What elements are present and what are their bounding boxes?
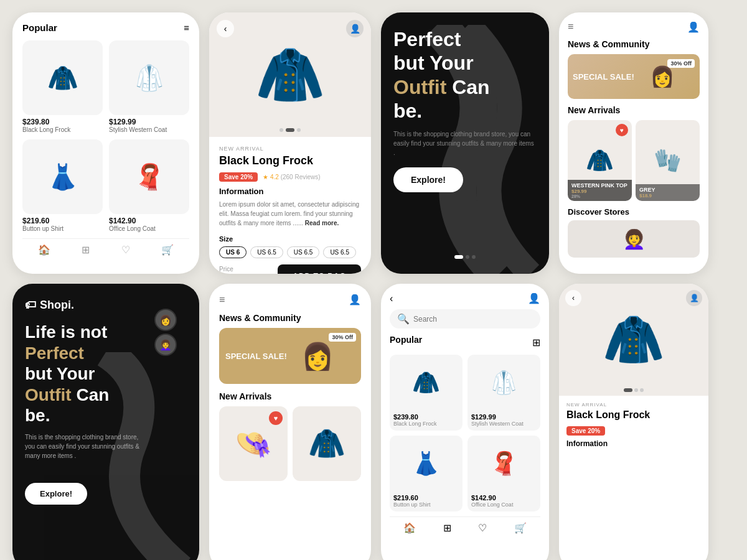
hero-dark-card-2: 🏷 Shopi. 👩 👩‍🦱 Life is not Perfect but Y…	[12, 284, 199, 560]
price-row-1: Price $ 239.80 ADD TO BAG	[219, 264, 361, 274]
hero-dot-3[interactable]	[472, 255, 476, 259]
dot-2[interactable]	[286, 128, 294, 132]
pop-price-3: $219.60	[393, 494, 459, 502]
grey-arrival[interactable]: 🧤 GREY $18.9	[636, 120, 700, 201]
dot-1	[280, 128, 283, 132]
sale-banner-2[interactable]: SPECIAL SALE! 30% Off 👩	[568, 54, 700, 99]
grid-nav-icon[interactable]: ⊞	[82, 244, 90, 256]
pop-price-4: $142.90	[471, 494, 537, 502]
popular-title: Popular	[22, 22, 57, 33]
name-1: Black Long Frock	[22, 126, 103, 133]
product-item-4[interactable]: 🧣 $142.90 Office Long Coat	[109, 139, 189, 232]
pop-item-4[interactable]: 🧣 $142.90 Office Long Coat	[467, 436, 540, 511]
pop-price-1: $239.80	[393, 413, 459, 421]
pop-name-4: Office Long Coat	[471, 502, 537, 508]
discover-banner[interactable]: 👩‍🦱	[568, 220, 700, 258]
back-icon-2[interactable]: ‹	[390, 293, 393, 304]
heart-nav-2[interactable]: ♡	[478, 522, 487, 534]
hero-dot-2[interactable]	[466, 255, 469, 259]
product-image-2: 🧥 ‹ 👤	[559, 284, 708, 396]
hamburger-icon-2[interactable]: ≡	[568, 21, 573, 33]
arrival-label-1: NEW ARRIVAL	[219, 146, 361, 152]
read-more-1[interactable]: Read more.	[305, 220, 339, 226]
price-2: $129.99	[109, 118, 189, 126]
brand-name: Shopi.	[40, 299, 74, 312]
add-to-bag-btn-1[interactable]: ADD TO BAG	[278, 264, 361, 274]
rating-1: ★ 4.2 (260 Reviews)	[263, 174, 320, 180]
popular-grid-card-2: ‹ 👤 🔍 Popular ⊞ 🧥 $239.80 Black Long Fro…	[381, 284, 549, 560]
dot-2-3	[640, 388, 644, 392]
menu-icon: ≡	[184, 22, 189, 33]
explore-button-1[interactable]: Explore!	[393, 167, 463, 192]
news-title-1: News & Community	[219, 313, 361, 323]
card4-header: ≡ 👤	[219, 294, 361, 306]
arrivals-title-2: New Arrivals	[568, 105, 700, 115]
grid-nav-2[interactable]: ⊞	[443, 522, 451, 534]
bottom-nav-2: 🏠 ⊞ ♡ 🛒	[390, 516, 540, 535]
heart-icon-1[interactable]: ♥	[269, 411, 283, 425]
discover-title: Discover Stores	[568, 207, 700, 217]
news-community-card-2: ≡ 👤 News & Community SPECIAL SALE! 30% O…	[559, 12, 708, 274]
back-button-2[interactable]: ‹	[565, 290, 581, 306]
hero-avatars: 👩 👩‍🦱	[154, 309, 177, 356]
hamburger-icon-1[interactable]: ≡	[219, 294, 225, 306]
save-badge-1: Save 20%	[219, 172, 258, 182]
sale-text-2: SPECIAL SALE!	[573, 72, 634, 82]
dot-2-1[interactable]	[624, 388, 632, 392]
pop-item-2[interactable]: 🥼 $129.99 Stylish Western Coat	[467, 355, 540, 431]
arrival-label-2: NEW ARRIVAL	[566, 402, 701, 408]
badge-row-1: Save 20% ★ 4.2 (260 Reviews)	[219, 172, 361, 182]
pop-item-1[interactable]: 🧥 $239.80 Black Long Frock	[390, 355, 463, 431]
hero-title-1: Perfect but Your Outfit Can be.	[393, 27, 537, 123]
price-3: $219.60	[22, 217, 103, 225]
brand-icon: 🏷	[25, 299, 36, 312]
price-value-1: $ 239.80	[219, 273, 268, 274]
home-nav-icon[interactable]: 🏠	[38, 244, 50, 256]
pop-item-3[interactable]: 👗 $219.60 Button up Shirt	[390, 436, 463, 511]
product-image-1: 🧥 ‹ 👤	[209, 12, 371, 137]
product-detail-card-1: 🧥 ‹ 👤 NEW ARRIVAL Black Long Frock Save …	[209, 12, 371, 274]
sale-banner-1[interactable]: SPECIAL SALE! 30% Off 👩	[219, 328, 361, 384]
cart-nav-icon[interactable]: 🛒	[161, 244, 174, 256]
pop-grid-2: 🧥 $239.80 Black Long Frock 🥼 $129.99 Sty…	[390, 355, 540, 511]
hero-dots-1	[393, 255, 537, 259]
home-nav-2[interactable]: 🏠	[403, 522, 416, 534]
bottom-nav-1: 🏠 ⊞ ♡ 🛒	[22, 238, 189, 257]
search-input[interactable]	[413, 315, 533, 324]
product-item-3[interactable]: 👗 $219.60 Button up Shirt	[22, 139, 103, 232]
search-icon: 🔍	[397, 313, 410, 325]
cart-nav-2[interactable]: 🛒	[514, 522, 527, 534]
arrivals-title-1: New Arrivals	[219, 391, 361, 401]
product-item-1[interactable]: 🧥 $239.80 Black Long Frock	[22, 40, 103, 133]
size-us65-3[interactable]: US 6.5	[323, 246, 356, 258]
hero-dot-1[interactable]	[454, 255, 463, 259]
grid-options-icon[interactable]: ⊞	[532, 337, 540, 348]
user-icon-4[interactable]: 👤	[528, 292, 540, 304]
dot-2-2	[634, 388, 638, 392]
size-us6[interactable]: US 6	[219, 246, 247, 258]
sale-text-1: SPECIAL SALE!	[225, 352, 287, 361]
back-button-1[interactable]: ‹	[217, 20, 234, 37]
user-icon-3[interactable]: 👤	[349, 294, 361, 306]
explore-button-2[interactable]: Explore!	[25, 483, 87, 505]
hero-subtitle-2: This is the shopping clothing brand stor…	[25, 432, 149, 460]
product-item-2[interactable]: 🥼 $129.99 Stylish Western Coat	[109, 40, 189, 133]
pop-name-2: Stylish Western Coat	[471, 421, 537, 427]
user-icon-5[interactable]: 👤	[686, 290, 702, 306]
price-label-1: Price	[219, 266, 268, 273]
pop-name-3: Button up Shirt	[393, 502, 459, 508]
arrival-2[interactable]: 🧥	[293, 406, 361, 481]
heart-nav-icon[interactable]: ♡	[121, 244, 130, 256]
search-bar[interactable]: 🔍	[390, 309, 540, 329]
heart-icon-western[interactable]: ♥	[616, 124, 628, 136]
user-icon-1[interactable]: 👤	[346, 20, 364, 37]
user-icon-2[interactable]: 👤	[687, 21, 700, 33]
western-pink-arrival[interactable]: 🧥 ♥ WESTERN PINK TOP $29.99 28%	[568, 120, 632, 201]
size-us65-2[interactable]: US 6.5	[287, 246, 320, 258]
arrival-1[interactable]: 👒 ♥	[219, 406, 288, 481]
size-us65-1[interactable]: US 6.5	[250, 246, 283, 258]
product-body-2: NEW ARRIVAL Black Long Frock Save 20% In…	[559, 396, 708, 454]
news-title-2: News & Community	[568, 39, 700, 49]
arrivals-row-2: 🧥 ♥ WESTERN PINK TOP $29.99 28% 🧤 GREY $…	[568, 120, 700, 201]
info-label-1: Information	[219, 187, 361, 196]
